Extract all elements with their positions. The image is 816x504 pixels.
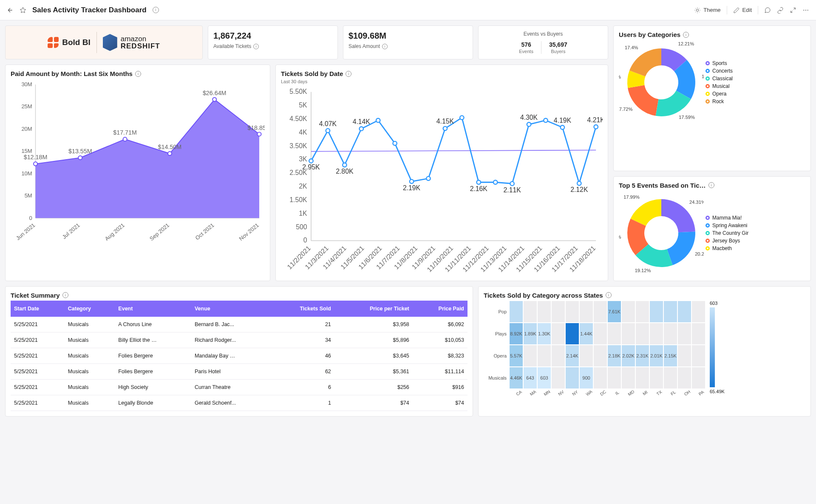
svg-text:Jun 2021: Jun 2021: [15, 222, 37, 242]
svg-text:0: 0: [29, 215, 32, 221]
info-icon[interactable]: i: [62, 292, 68, 298]
svg-text:17.99%: 17.99%: [623, 194, 640, 200]
info-icon[interactable]: i: [382, 44, 388, 49]
tickets-by-date-chart[interactable]: 05001K1.50K2K2.50K3K3.50K4K4.50K5K5.50K2…: [281, 87, 603, 274]
svg-text:5K: 5K: [299, 101, 307, 109]
info-icon[interactable]: i: [135, 71, 141, 77]
edit-button[interactable]: Edit: [733, 7, 752, 14]
svg-text:3K: 3K: [299, 155, 307, 163]
info-icon[interactable]: i: [606, 292, 612, 298]
dashboard-grid: Bold BI amazonREDSHIFT 1,867,224 Availab…: [0, 20, 816, 422]
svg-text:2.12K: 2.12K: [570, 186, 588, 193]
ticket-summary-table[interactable]: Start DateCategoryEventVenueTickets Sold…: [11, 301, 468, 411]
svg-text:4.30K: 4.30K: [520, 114, 538, 121]
theme-icon: [694, 7, 701, 14]
users-donut-chart[interactable]: 12.21%17.61%17.59%17.72%7.47%17.4%Sports…: [619, 40, 805, 125]
comment-icon[interactable]: [764, 7, 771, 14]
svg-text:Aug 2021: Aug 2021: [104, 222, 126, 242]
heatmap-card: Tickets Sold by Category across Statesi …: [478, 286, 811, 417]
svg-text:4.07K: 4.07K: [319, 120, 337, 127]
kpi-value: 1,867,224: [213, 31, 332, 41]
info-icon[interactable]: i: [253, 44, 259, 49]
svg-point-61: [326, 129, 330, 132]
svg-text:25M: 25M: [21, 103, 32, 110]
svg-text:5.50K: 5.50K: [289, 88, 307, 95]
svg-text:2.19K: 2.19K: [403, 184, 421, 191]
table-row[interactable]: 5/25/2021MusicalsFolies BergereParis Hot…: [11, 363, 468, 379]
svg-text:18.3%: 18.3%: [619, 234, 621, 239]
users-by-categories-card: Users by Categoriesi 12.21%17.61%17.59%1…: [613, 25, 811, 171]
svg-text:17.72%: 17.72%: [619, 107, 632, 112]
kpi-available-tickets: 1,867,224 Available Ticketsi: [208, 25, 338, 59]
svg-text:19.12%: 19.12%: [635, 268, 651, 273]
paid-by-month-chart[interactable]: 05M10M15M20M25M30M$12.18MJun 2021$13.55M…: [11, 79, 265, 245]
tickets-by-date-card: Tickets Sold by Datei Last 30 days 05001…: [275, 65, 608, 281]
edit-label: Edit: [742, 7, 752, 13]
svg-text:1.50K: 1.50K: [289, 196, 307, 203]
svg-text:$18.85M: $18.85M: [247, 124, 265, 131]
top5-donut-chart[interactable]: 24.31%20.28%19.12%18.3%17.99%Mamma Mia!S…: [619, 191, 805, 276]
svg-point-78: [510, 182, 514, 186]
svg-point-59: [309, 159, 313, 163]
svg-point-69: [410, 180, 414, 183]
svg-point-75: [477, 180, 481, 184]
svg-text:$17.71M: $17.71M: [113, 129, 137, 136]
heatmap-chart[interactable]: Pop7.61KPlays8.92K1.89K1.30K1.44KOpera5.…: [484, 301, 706, 396]
divider: [758, 6, 758, 14]
redshift-logo: amazonREDSHIFT: [103, 34, 160, 51]
page-title: Sales Activity Tracker Dashboard: [32, 6, 147, 14]
card-title: Users by Categories: [619, 31, 680, 38]
svg-point-85: [577, 181, 581, 185]
svg-point-41: [257, 132, 261, 136]
svg-text:0: 0: [303, 237, 307, 244]
svg-text:4.50K: 4.50K: [289, 115, 307, 122]
svg-text:4.14K: 4.14K: [353, 118, 371, 125]
svg-text:4.21K: 4.21K: [587, 116, 603, 124]
heatmap-scale-min: 603: [710, 301, 717, 306]
svg-text:500: 500: [296, 223, 307, 231]
table-row[interactable]: 5/25/2021MusicalsFolies BergereMandalay …: [11, 348, 468, 363]
svg-point-72: [443, 127, 447, 130]
top5-events-card: Top 5 Events Based on Tic…i 24.31%20.28%…: [613, 176, 811, 281]
svg-text:Nov 2021: Nov 2021: [238, 222, 260, 242]
kpi-label: Sales Amount: [348, 43, 380, 49]
svg-point-77: [493, 180, 497, 184]
table-row[interactable]: 5/25/2021MusicalsBilly Elliot the …Richa…: [11, 332, 468, 348]
svg-text:10M: 10M: [21, 170, 32, 177]
svg-text:12.21%: 12.21%: [678, 41, 694, 46]
topbar: Sales Activity Tracker Dashboard i Theme…: [0, 0, 816, 20]
svg-text:2.11K: 2.11K: [503, 186, 521, 194]
svg-point-38: [212, 98, 216, 101]
back-icon[interactable]: [7, 7, 14, 14]
info-icon[interactable]: i: [683, 32, 689, 38]
theme-label: Theme: [703, 7, 720, 13]
svg-text:1K: 1K: [299, 210, 307, 217]
svg-point-65: [360, 127, 363, 130]
info-icon[interactable]: i: [708, 182, 714, 188]
svg-text:24.31%: 24.31%: [689, 200, 704, 205]
table-row[interactable]: 5/25/2021MusicalsA Chorus LineBernard B.…: [11, 317, 468, 332]
star-icon[interactable]: [20, 7, 26, 14]
expand-icon[interactable]: [790, 7, 796, 14]
svg-text:7.47%: 7.47%: [619, 74, 621, 79]
info-icon[interactable]: i: [153, 7, 159, 13]
table-row[interactable]: 5/25/2021MusicalsHigh SocietyCurran Thea…: [11, 379, 468, 395]
card-title: Paid Amount by Month: Last Six Months: [11, 70, 133, 77]
kpi-value: $109.68M: [348, 31, 468, 41]
svg-point-63: [343, 163, 346, 167]
table-row[interactable]: 5/25/2021MusicalsLegally BlondeGerald Sc…: [11, 395, 468, 411]
svg-point-32: [123, 137, 127, 141]
more-icon[interactable]: [802, 7, 809, 14]
theme-button[interactable]: Theme: [694, 7, 720, 14]
paid-by-month-card: Paid Amount by Month: Last Six Monthsi 0…: [5, 65, 270, 281]
card-title: Tickets Sold by Date: [281, 70, 343, 77]
svg-point-1: [803, 9, 804, 10]
link-icon[interactable]: [777, 7, 784, 14]
svg-text:$26.64M: $26.64M: [203, 90, 227, 96]
svg-text:2K: 2K: [299, 183, 307, 190]
info-icon[interactable]: i: [346, 71, 351, 77]
svg-text:2.80K: 2.80K: [336, 168, 354, 175]
svg-text:17.59%: 17.59%: [679, 115, 695, 120]
svg-text:Sep 2021: Sep 2021: [148, 222, 170, 242]
svg-text:4K: 4K: [299, 129, 307, 136]
